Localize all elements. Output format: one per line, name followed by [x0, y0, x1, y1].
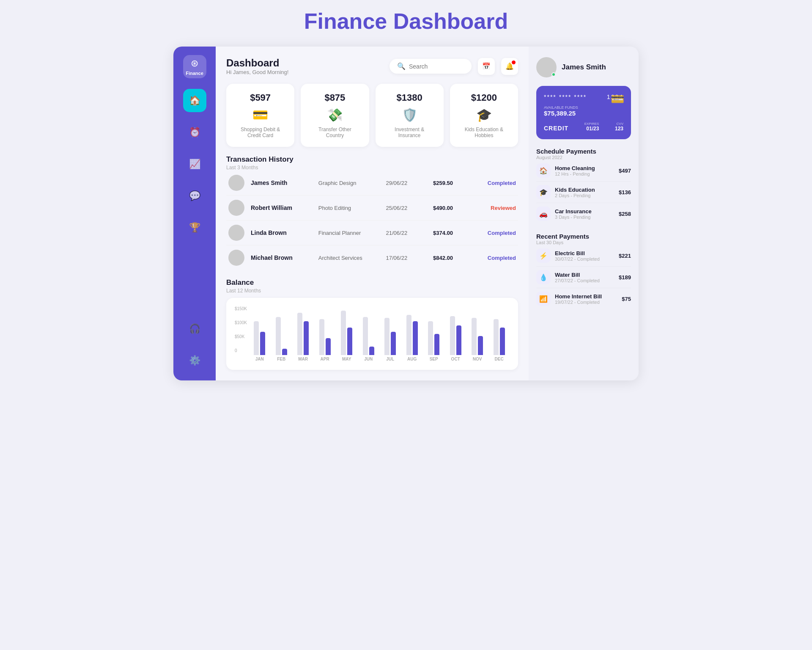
- transaction-amount: $842.00: [433, 255, 474, 261]
- transaction-date: 25/06/22: [386, 205, 427, 211]
- list-item[interactable]: 💧 Water Bill 27/07/22 - Completed $189: [536, 267, 631, 288]
- chart-column: MAY: [338, 311, 355, 361]
- bar-gray: [363, 317, 368, 355]
- avatar: [228, 250, 244, 266]
- chart-label: SEP: [430, 357, 438, 361]
- transaction-type: Architect Services: [318, 255, 380, 261]
- calendar-button[interactable]: 📅: [478, 58, 495, 75]
- avatar: [536, 57, 557, 77]
- chart-column: DEC: [491, 319, 508, 361]
- transaction-title: Transaction History: [226, 155, 518, 164]
- transaction-type: Financial Planner: [318, 230, 380, 236]
- payment-sub: 30/07/22 - Completed: [555, 256, 614, 262]
- main-content: Dashboard Hi James, Good Morning! 🔍 📅 🔔 …: [216, 47, 529, 380]
- bar-gray: [494, 319, 499, 355]
- cvv-label: CVV: [615, 122, 623, 126]
- notification-button[interactable]: 🔔: [501, 58, 518, 75]
- stat-card[interactable]: $875 💸 Transfer Other Country: [301, 84, 369, 147]
- chart-label: DEC: [495, 357, 504, 361]
- list-item[interactable]: ⚡ Electric Bill 30/07/22 - Completed $22…: [536, 245, 631, 267]
- sidebar-item-clock[interactable]: ⏰: [183, 121, 206, 144]
- sidebar-item-settings[interactable]: ⚙️: [183, 349, 206, 372]
- payment-name: Home Cleaning: [555, 165, 614, 171]
- payment-sub: 19/07/22 - Completed: [555, 300, 617, 305]
- table-row[interactable]: James Smith Graphic Design 29/06/22 $259…: [226, 171, 518, 196]
- online-dot: [551, 72, 556, 77]
- payment-icon: 📶: [536, 292, 551, 306]
- chart-label: MAY: [342, 357, 351, 361]
- bar-wrapper: [494, 319, 505, 355]
- transaction-name: Linda Brown: [251, 229, 312, 236]
- table-row[interactable]: Linda Brown Financial Planner 21/06/22 $…: [226, 220, 518, 245]
- avatar: [228, 225, 244, 241]
- transaction-type: Photo Editing: [318, 205, 380, 211]
- bar-gray: [341, 311, 346, 355]
- bar-purple: [391, 332, 396, 355]
- search-input[interactable]: [409, 63, 464, 70]
- stat-card[interactable]: $597 💳 Shopping Debit & Credit Card: [226, 84, 294, 147]
- sidebar-logo[interactable]: ⊛ Finance: [183, 55, 206, 78]
- chart-column: MAR: [295, 313, 312, 361]
- transaction-status: Completed: [480, 180, 516, 186]
- stat-card[interactable]: $1200 🎓 Kids Education & Hobbies: [450, 84, 518, 147]
- sidebar: ⊛ Finance 🏠 ⏰ 📈 💬 🏆 🎧 ⚙️: [173, 47, 216, 380]
- transaction-type: Graphic Design: [318, 180, 380, 186]
- chart-column: OCT: [447, 316, 464, 361]
- card-funds-label: AVAILABLE FUNDS: [544, 105, 623, 110]
- dashboard-greeting: Hi James, Good Morning!: [226, 69, 288, 75]
- bar-wrapper: [363, 317, 374, 355]
- list-item[interactable]: 🏠 Home Cleaning 12 Hrs - Pending $497: [536, 160, 631, 182]
- avatar: [228, 175, 244, 191]
- chart-column: JUL: [382, 318, 399, 361]
- header-title-block: Dashboard Hi James, Good Morning!: [226, 57, 288, 75]
- payment-icon: 🎓: [536, 185, 551, 199]
- sidebar-item-home[interactable]: 🏠: [183, 89, 206, 112]
- chart-label: JUN: [364, 357, 373, 361]
- search-bar[interactable]: 🔍: [390, 59, 472, 74]
- payment-name: Electric Bill: [555, 250, 614, 256]
- payment-icon: 🏠: [536, 163, 551, 178]
- stat-card[interactable]: $1380 🛡️ Investment & Insurance: [376, 84, 444, 147]
- payment-name: Car Insurance: [555, 208, 614, 215]
- payment-sub: 12 Hrs - Pending: [555, 171, 614, 176]
- chart-container: $150K$100K$50K0 JAN FEB MAR APR MAY: [226, 298, 518, 370]
- card-bottom: CREDIT EXPIRES 01/23 CVV 123: [544, 122, 623, 132]
- transaction-date: 21/06/22: [386, 230, 427, 236]
- list-item[interactable]: 🎓 Kids Education 2 Days - Pending $136: [536, 182, 631, 203]
- sidebar-item-trophy[interactable]: 🏆: [183, 216, 206, 239]
- header: Dashboard Hi James, Good Morning! 🔍 📅 🔔: [226, 57, 518, 75]
- list-item[interactable]: 📶 Home Internet Bill 19/07/22 - Complete…: [536, 288, 631, 309]
- sidebar-item-message[interactable]: 💬: [183, 184, 206, 207]
- bar-gray: [406, 315, 411, 355]
- transaction-name: Michael Brown: [251, 254, 312, 261]
- payment-amount: $189: [619, 274, 631, 281]
- dashboard-wrapper: ⊛ Finance 🏠 ⏰ 📈 💬 🏆 🎧 ⚙️ Dashboard Hi Ja…: [173, 47, 639, 380]
- chart-label: MAR: [298, 357, 308, 361]
- chart-column: NOV: [469, 318, 486, 361]
- sidebar-item-headset[interactable]: 🎧: [183, 317, 206, 340]
- bar-gray: [319, 319, 324, 355]
- table-row[interactable]: Michael Brown Architect Services 17/06/2…: [226, 245, 518, 270]
- stat-icon: 💳: [252, 107, 268, 122]
- bar-wrapper: [450, 316, 461, 355]
- user-name: James Smith: [562, 63, 606, 72]
- list-item[interactable]: 🚗 Car Insurance 3 Days - Pending $258: [536, 203, 631, 224]
- table-row[interactable]: Robert William Photo Editing 25/06/22 $4…: [226, 196, 518, 220]
- card-icon: 💳: [611, 93, 624, 106]
- stat-amount: $875: [324, 92, 345, 103]
- bar-wrapper: [384, 318, 396, 355]
- payment-info: Car Insurance 3 Days - Pending: [555, 208, 614, 220]
- bar-purple: [326, 338, 331, 355]
- transaction-amount: $259.50: [433, 180, 474, 186]
- payment-amount: $136: [619, 189, 631, 196]
- balance-subtitle: Last 12 Months: [226, 288, 518, 294]
- transaction-amount: $374.00: [433, 230, 474, 236]
- bar-purple: [500, 328, 505, 355]
- stat-amount: $1200: [471, 92, 497, 103]
- payment-amount: $258: [619, 211, 631, 217]
- payment-info: Kids Education 2 Days - Pending: [555, 187, 614, 198]
- transaction-name: Robert William: [251, 204, 312, 211]
- sidebar-item-chart[interactable]: 📈: [183, 152, 206, 176]
- stat-icon: 🎓: [476, 107, 492, 122]
- expires-label: EXPIRES: [584, 122, 599, 126]
